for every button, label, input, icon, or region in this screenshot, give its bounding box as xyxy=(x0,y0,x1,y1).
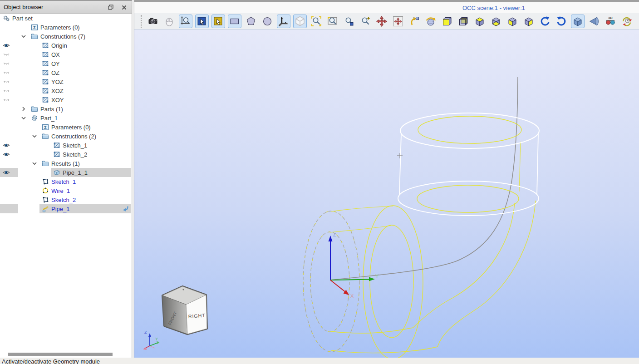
rotate-clockwise-icon xyxy=(555,15,567,27)
rectangle-selection-button[interactable] xyxy=(228,15,241,28)
tree-item-origin[interactable]: Origin xyxy=(0,41,131,50)
eye-closed-icon[interactable] xyxy=(3,69,10,76)
eye-closed-icon[interactable] xyxy=(3,96,10,103)
back-view-button[interactable] xyxy=(457,15,470,28)
rotation-button[interactable] xyxy=(424,15,437,28)
construction-icon xyxy=(42,87,49,94)
tree-item-ox[interactable]: OX xyxy=(0,50,131,59)
path-wire[interactable] xyxy=(330,77,518,280)
viewport-3d[interactable]: Z Y X RIGHT FRONT xyxy=(134,30,639,358)
reset-view-button[interactable] xyxy=(620,15,634,28)
fit-selection-button[interactable] xyxy=(342,15,356,28)
isometric-view-button[interactable] xyxy=(571,15,585,28)
rotate-clockwise-button[interactable] xyxy=(555,15,568,28)
right-view-button[interactable] xyxy=(522,15,536,28)
eye-open-icon[interactable] xyxy=(3,169,10,176)
tree-item-parts-1[interactable]: Parts (1) xyxy=(0,104,131,113)
tree-item-constructions-2[interactable]: Constructions (2) xyxy=(0,132,131,141)
float-window-button[interactable] xyxy=(107,4,115,11)
construction-icon xyxy=(42,69,49,76)
eye-closed-icon[interactable] xyxy=(3,87,10,94)
chevron-right-icon[interactable] xyxy=(20,105,27,113)
tree-item-sketch-1[interactable]: Sketch_1 xyxy=(0,177,131,186)
stereo-view-button[interactable]: 3D xyxy=(604,15,617,28)
dump-view-button[interactable] xyxy=(146,15,160,28)
edit-return-arrow-icon[interactable] xyxy=(122,205,129,212)
chevron-down-icon[interactable] xyxy=(31,133,38,140)
folder-icon xyxy=(31,33,38,40)
circle-selection-button[interactable] xyxy=(261,15,274,28)
tree-item-oy[interactable]: OY xyxy=(0,59,131,68)
object-browser-titlebar[interactable]: Object browser xyxy=(0,1,132,14)
viewer-titlebar[interactable]: OCC scene:1 - viewer:1 xyxy=(134,0,639,13)
front-view-button[interactable] xyxy=(440,15,454,28)
tree-item-pipe-1-1[interactable]: Pipe_1_1 xyxy=(0,168,131,177)
left-view-button[interactable] xyxy=(506,15,519,28)
interaction-style-button[interactable] xyxy=(162,15,176,28)
visibility-toggle[interactable] xyxy=(0,50,18,59)
tree-item-sketch-2[interactable]: Sketch_2 xyxy=(0,195,131,204)
panning-button[interactable] xyxy=(375,15,388,28)
tree-item-pipe-1[interactable]: Pipe_1 xyxy=(0,204,131,213)
polygon-selection-button[interactable] xyxy=(244,15,258,28)
visibility-toggle[interactable] xyxy=(0,95,18,104)
eye-open-icon[interactable] xyxy=(3,42,10,49)
chevron-down-icon[interactable] xyxy=(31,160,38,167)
tree-item-label: Part_1 xyxy=(40,115,58,122)
visibility-toggle[interactable] xyxy=(0,150,18,159)
horizontal-scrollbar-thumb[interactable] xyxy=(8,353,113,356)
rotate-counterclockwise-button[interactable] xyxy=(538,15,552,28)
eye-open-icon[interactable] xyxy=(3,151,10,158)
tree-item-xoy[interactable]: XOY xyxy=(0,95,131,104)
tree-item-parameters-0[interactable]: ΣParameters (0) xyxy=(0,123,131,132)
tree-item-part-set[interactable]: Part set xyxy=(0,14,131,23)
tree-item-parameters-0[interactable]: ΣParameters (0) xyxy=(0,23,131,32)
tree-item-yoz[interactable]: YOZ xyxy=(0,77,131,86)
zooming-style-button[interactable] xyxy=(179,15,192,28)
tree-item-constructions-7[interactable]: Constructions (7) xyxy=(0,32,131,41)
rectangle-selection-icon xyxy=(229,15,241,27)
show-view-cube-button[interactable] xyxy=(293,15,307,28)
top-view-button[interactable] xyxy=(473,15,487,28)
chevron-down-icon[interactable] xyxy=(20,114,27,122)
toolbar-drag-handle[interactable] xyxy=(141,15,143,28)
eye-closed-icon[interactable] xyxy=(3,51,10,58)
tree-item-part-1[interactable]: Part_1 xyxy=(0,113,131,123)
eye-open-icon[interactable] xyxy=(3,142,10,149)
fit-area-button[interactable] xyxy=(326,15,339,28)
visibility-toggle[interactable] xyxy=(0,41,18,50)
interaction-style-icon xyxy=(163,15,175,27)
enable-selection-button[interactable] xyxy=(211,15,225,28)
visibility-toggle[interactable] xyxy=(0,86,18,95)
show-trihedron-button[interactable] xyxy=(277,15,290,28)
zoom-button[interactable] xyxy=(359,15,372,28)
visibility-toggle[interactable] xyxy=(0,68,18,77)
chevron-down-icon[interactable] xyxy=(20,33,27,40)
view-cube[interactable]: RIGHT FRONT xyxy=(162,286,207,334)
pipe-wireframe-yellow[interactable] xyxy=(330,142,536,358)
eye-closed-icon[interactable] xyxy=(3,60,10,67)
visibility-toggle[interactable] xyxy=(0,141,18,150)
tree-item-sketch-1[interactable]: Sketch_1 xyxy=(0,141,131,150)
visibility-toggle[interactable] xyxy=(0,77,18,86)
global-panning-button[interactable] xyxy=(391,15,405,28)
object-browser-tree: Part setΣParameters (0)Constructions (7)… xyxy=(0,14,132,222)
projection-button[interactable] xyxy=(587,15,601,28)
visibility-toggle[interactable] xyxy=(0,168,18,177)
tree-item-wire-1[interactable]: Wire_1 xyxy=(0,186,131,195)
tree-item-oz[interactable]: OZ xyxy=(0,68,131,77)
close-panel-button[interactable] xyxy=(120,4,128,11)
tree-item-sketch-2[interactable]: Sketch_2 xyxy=(0,150,131,159)
tree-item-xoz[interactable]: XOZ xyxy=(0,86,131,95)
zooming-style-icon xyxy=(180,15,192,27)
fit-all-button[interactable] xyxy=(310,15,323,28)
visibility-toggle[interactable] xyxy=(0,59,18,68)
tree-item-results-1[interactable]: Results (1) xyxy=(0,159,131,168)
visibility-cell[interactable] xyxy=(0,204,18,213)
eye-closed-icon[interactable] xyxy=(3,78,10,85)
change-rotation-point-button[interactable] xyxy=(408,15,421,28)
isometric-view-icon xyxy=(572,15,584,27)
bottom-view-button[interactable] xyxy=(489,15,503,28)
pipe-selected-white[interactable] xyxy=(398,113,539,216)
enable-preselection-button[interactable] xyxy=(195,15,209,28)
